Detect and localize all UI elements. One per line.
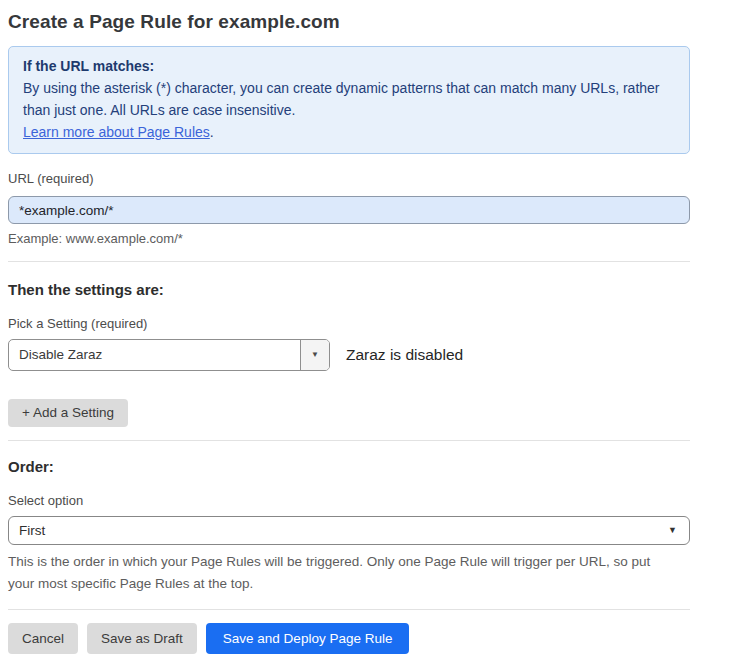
settings-heading: Then the settings are:	[8, 281, 690, 299]
setting-status-text: Zaraz is disabled	[346, 346, 463, 364]
divider-url-section	[8, 261, 690, 262]
link-suffix-period: .	[210, 124, 214, 140]
dropdown-arrow-icon: ▼	[300, 340, 329, 370]
divider-actions	[8, 609, 690, 610]
create-page-rule-form: Create a Page Rule for example.com If th…	[8, 11, 690, 654]
url-example-hint: Example: www.example.com/*	[8, 231, 690, 248]
action-buttons-row: Cancel Save as Draft Save and Deploy Pag…	[8, 623, 690, 654]
add-setting-button[interactable]: + Add a Setting	[8, 399, 128, 427]
save-and-deploy-button[interactable]: Save and Deploy Page Rule	[206, 623, 410, 654]
info-box-title: If the URL matches:	[23, 55, 675, 77]
caret-down-icon: ▼	[668, 525, 677, 535]
cancel-button[interactable]: Cancel	[8, 623, 78, 654]
url-label: URL (required)	[8, 171, 690, 187]
info-box-body: By using the asterisk (*) character, you…	[23, 77, 675, 121]
url-match-info-box: If the URL matches: By using the asteris…	[8, 46, 690, 154]
url-input[interactable]	[8, 196, 690, 224]
setting-select-value: Disable Zaraz	[9, 340, 300, 370]
setting-row: Disable Zaraz ▼ Zaraz is disabled	[8, 339, 690, 371]
order-help-text: This is the order in which your Page Rul…	[8, 551, 678, 595]
pick-setting-label: Pick a Setting (required)	[8, 316, 690, 332]
setting-select[interactable]: Disable Zaraz ▼	[8, 339, 330, 371]
order-select[interactable]: First ▼	[8, 516, 690, 545]
order-select-value: First	[19, 523, 45, 538]
save-as-draft-button[interactable]: Save as Draft	[87, 623, 197, 654]
info-box-link-row: Learn more about Page Rules.	[23, 121, 675, 143]
order-select-label: Select option	[8, 493, 690, 509]
learn-more-page-rules-link[interactable]: Learn more about Page Rules	[23, 124, 210, 140]
page-title: Create a Page Rule for example.com	[8, 11, 690, 33]
order-heading: Order:	[8, 458, 690, 476]
divider-settings-section	[8, 440, 690, 441]
